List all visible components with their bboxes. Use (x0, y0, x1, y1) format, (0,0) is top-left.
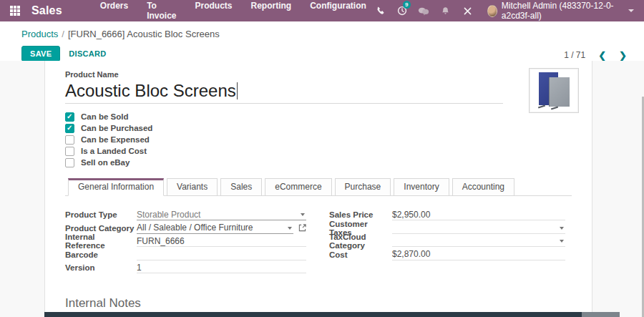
cost-input[interactable]: $2,870.00 (392, 249, 565, 260)
control-panel-buttons: SAVE DISCARD (21, 46, 623, 62)
chevron-down-icon (560, 240, 564, 243)
product-name-label: Product Name (65, 70, 572, 79)
checkbox-sell-on-ebay[interactable] (65, 158, 74, 167)
field-label: Product Category (65, 224, 137, 233)
internal-notes-title: Internal Notes (65, 296, 572, 311)
checkbox-can-be-purchased[interactable] (65, 124, 74, 133)
notebook-tabs: General Information Variants Sales eComm… (65, 178, 572, 196)
pager-previous-icon[interactable]: ❮ (598, 51, 606, 60)
checkbox-can-be-expensed[interactable] (65, 135, 74, 145)
activity-clock-icon[interactable]: 9 (394, 4, 409, 17)
bottom-bar-gray-segment (582, 312, 620, 317)
product-category-select[interactable]: All / Saleable / Office Furniture (137, 223, 293, 234)
field-row-version: Version 1 (65, 261, 306, 275)
field-row-product-type: Product Type Storable Product (65, 208, 306, 222)
checkbox-is-a-landed-cost[interactable] (65, 147, 74, 156)
pager: 1 / 71 ❮ ❯ (564, 50, 627, 60)
sales-price-input[interactable]: $2,950.00 (392, 209, 565, 220)
external-link-icon[interactable] (298, 224, 306, 232)
phone-icon[interactable] (373, 4, 388, 17)
field-value: Storable Product (137, 210, 200, 220)
internal-reference-input[interactable]: FURN_6666 (137, 235, 306, 247)
tab-general-information[interactable]: General Information (68, 178, 164, 196)
checkbox-label: Is a Landed Cost (81, 147, 147, 155)
chat-icon[interactable] (416, 4, 431, 17)
field-value: 1 (137, 263, 142, 273)
tab-ecommerce[interactable]: eCommerce (265, 178, 331, 196)
field-row-cost: Cost $2,870.00 (329, 248, 565, 262)
odoo-window: Sales Orders To Invoice Products Reporti… (0, 0, 644, 317)
customer-taxes-select[interactable] (392, 223, 565, 234)
topbar-systray: 9 Mitchell Admin (483370-12-0-a2cd3f-all… (373, 1, 634, 21)
pager-next-icon[interactable]: ❯ (619, 51, 627, 60)
checkbox-row-can-be-purchased[interactable]: Can be Purchased (65, 122, 572, 134)
panel-foot (551, 107, 558, 110)
checkbox-row-can-be-expensed[interactable]: Can be Expensed (65, 134, 572, 145)
barcode-input[interactable] (137, 249, 306, 260)
field-value: $2,950.00 (392, 210, 430, 220)
main-menu: Orders To Invoice Products Reporting Con… (94, 0, 373, 24)
menu-products[interactable]: Products (189, 0, 239, 24)
text-cursor (237, 82, 238, 99)
field-value: All / Saleable / Office Furniture (137, 223, 253, 233)
general-information-fields: Product Type Storable Product Product Ca… (65, 208, 572, 275)
chevron-down-icon (301, 213, 305, 216)
version-input[interactable]: 1 (137, 262, 306, 273)
menu-reporting[interactable]: Reporting (245, 0, 298, 24)
product-type-select[interactable]: Storable Product (137, 209, 306, 220)
field-value: $2,870.00 (392, 249, 430, 259)
panel-foot (538, 105, 545, 109)
user-name: Mitchell Admin (483370-12-0-a2cd3f-all) (502, 1, 624, 21)
menu-orders[interactable]: Orders (94, 0, 135, 24)
breadcrumb-products-link[interactable]: Products (21, 29, 58, 39)
chevron-down-icon (628, 9, 634, 12)
menu-configuration[interactable]: Configuration (303, 0, 373, 24)
tab-accounting[interactable]: Accounting (452, 178, 514, 196)
tab-variants[interactable]: Variants (167, 178, 218, 196)
product-flags: Can be Sold Can be Purchased Can be Expe… (65, 111, 572, 168)
product-image[interactable] (529, 68, 579, 113)
checkbox-row-sell-on-ebay[interactable]: Sell on eBay (65, 157, 572, 168)
checkbox-label: Sell on eBay (81, 158, 130, 167)
activity-count-badge: 9 (403, 1, 411, 9)
user-menu[interactable]: Mitchell Admin (483370-12-0-a2cd3f-all) (487, 1, 634, 21)
menu-to-invoice[interactable]: To Invoice (140, 0, 182, 24)
field-row-internal-reference: Internal Reference FURN_6666 (65, 235, 306, 248)
field-label: Version (65, 263, 137, 272)
checkbox-row-can-be-sold[interactable]: Can be Sold (65, 111, 572, 122)
fields-left-column: Product Type Storable Product Product Ca… (65, 208, 306, 275)
field-row-taxcloud-category: TaxCloud Category (329, 235, 565, 248)
top-navbar: Sales Orders To Invoice Products Reporti… (0, 0, 644, 21)
field-row-barcode: Barcode (65, 248, 306, 262)
product-name-field[interactable]: Acoustic Bloc Screens (65, 81, 503, 104)
discard-button[interactable]: DISCARD (69, 49, 106, 58)
checkbox-can-be-sold[interactable] (65, 112, 74, 122)
pager-count: 1 / 71 (564, 50, 585, 60)
fields-right-column: Sales Price $2,950.00 Customer Taxes (329, 208, 565, 261)
chevron-down-icon (560, 227, 564, 230)
field-value: FURN_6666 (137, 236, 185, 246)
chevron-down-icon (288, 227, 292, 230)
checkbox-label: Can be Purchased (81, 124, 152, 132)
apps-grid-icon[interactable] (10, 6, 20, 16)
tab-sales[interactable]: Sales (220, 178, 262, 196)
form-sheet: Product Name Acoustic Bloc Screens Can b… (44, 61, 592, 317)
content-area: Product Name Acoustic Bloc Screens Can b… (0, 61, 644, 317)
tab-purchase[interactable]: Purchase (335, 178, 391, 196)
tab-inventory[interactable]: Inventory (394, 178, 449, 196)
checkbox-label: Can be Sold (81, 112, 128, 121)
breadcrumb-current: [FURN_6666] Acoustic Bloc Screens (68, 29, 220, 39)
checkbox-row-is-a-landed-cost[interactable]: Is a Landed Cost (65, 145, 572, 157)
bottom-bar-dark-segment (44, 312, 582, 317)
field-label: Barcode (65, 250, 137, 259)
support-tools-icon[interactable] (459, 4, 474, 17)
field-label: Sales Price (329, 210, 392, 219)
product-name-input[interactable]: Acoustic Bloc Screens (65, 81, 236, 100)
save-button[interactable]: SAVE (21, 46, 60, 62)
bell-icon[interactable] (438, 4, 453, 17)
product-image-gray-panel (549, 77, 570, 107)
taxcloud-category-select[interactable] (392, 235, 565, 247)
field-label: Product Type (65, 210, 137, 219)
user-avatar (487, 5, 497, 17)
app-name[interactable]: Sales (31, 4, 62, 17)
